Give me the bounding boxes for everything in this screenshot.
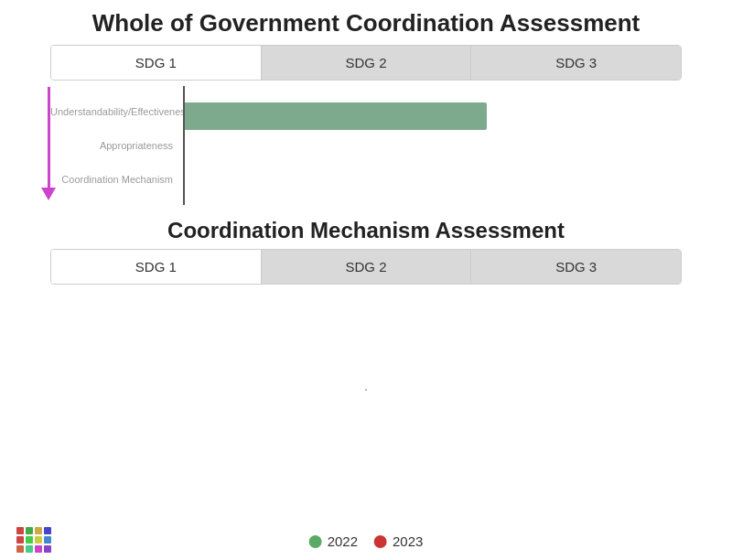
y-axis-labels: Understandability/Effectiveness Appropri… [50,86,178,205]
grid-cell [16,536,24,544]
legend-label-2023: 2023 [393,533,423,549]
grid-cell [44,545,51,553]
section1-tabs: SDG 1 SDG 2 SDG 3 [50,45,682,81]
grid-cell [16,527,24,534]
arrow-shaft [48,87,50,188]
tab-sdg3-section2[interactable]: SDG 3 [471,250,681,284]
section2-chart-area: . [50,285,682,486]
grid-cell [35,545,42,553]
legend-dot-2022 [309,535,322,548]
scroll-arrow [41,87,56,200]
bottom-grid-icon [16,527,51,553]
section2-title: Coordination Mechanism Assessment [0,212,732,249]
grid-cell [35,527,42,534]
legend-label-2022: 2022 [328,533,358,549]
section2-tabs: SDG 1 SDG 2 SDG 3 [50,249,682,285]
grid-cell [35,536,42,544]
legend-dot-2023 [374,535,387,548]
grid-cell [16,545,24,553]
y-label-3: Understandability/Effectiveness [50,106,178,117]
bar-fill-top [185,102,487,130]
tab-sdg1-section2[interactable]: SDG 1 [51,250,262,284]
grid-cell [44,527,51,534]
main-title: Whole of Government Coordination Assessm… [0,0,732,45]
tab-sdg1-section1[interactable]: SDG 1 [51,46,262,80]
legend-item-2022: 2022 [309,533,358,549]
chart-plot-area [183,86,682,205]
chart-bar-top [185,102,487,130]
grid-cell [26,536,33,544]
tab-sdg3-section1[interactable]: SDG 3 [471,46,681,80]
y-label-1: Coordination Mechanism [50,174,178,185]
tab-sdg2-section2[interactable]: SDG 2 [262,250,472,284]
grid-cell [26,545,33,553]
legend-item-2023: 2023 [374,533,423,549]
chart-legend: 2022 2023 [309,533,424,549]
y-label-2: Appropriateness [50,140,178,151]
section1-chart: Understandability/Effectiveness Appropri… [50,86,682,205]
tab-sdg2-section1[interactable]: SDG 2 [262,46,472,80]
center-dot: . [363,376,368,395]
grid-cell [26,527,33,534]
grid-icon-inner [16,527,51,553]
grid-cell [44,536,51,544]
arrow-head [41,188,56,200]
